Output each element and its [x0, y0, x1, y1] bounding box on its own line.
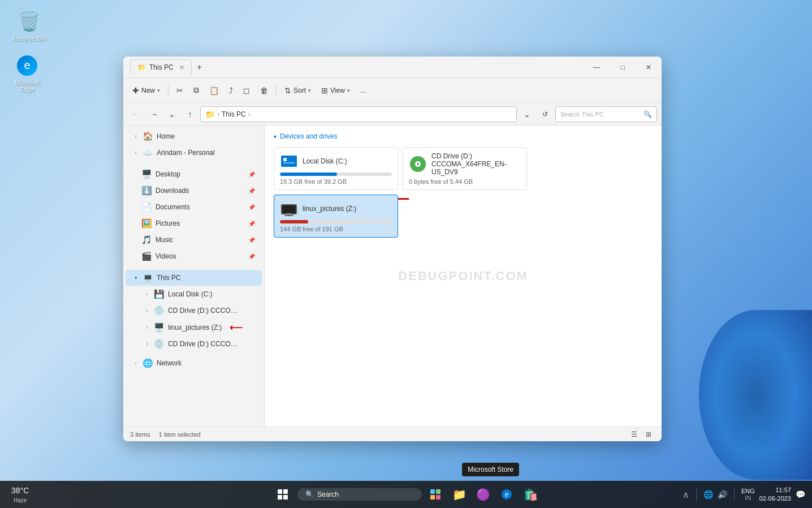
taskbar-search[interactable]: 🔍 Search — [297, 488, 422, 501]
sidebar-item-linux-pictures[interactable]: › 🖥️ linux_pictures (Z:) ⟵ — [126, 319, 262, 335]
tile-view-button[interactable]: ⊞ — [642, 428, 655, 441]
sidebar-item-downloads[interactable]: ⬇️ Downloads 📌 — [126, 183, 262, 199]
sidebar-item-documents[interactable]: 📄 Documents 📌 — [126, 199, 262, 215]
new-label: New — [141, 87, 155, 94]
sidebar-cddrive1-label: CD Drive (D:) CCCOMA_X64FRE_EN-US_ — [168, 307, 241, 315]
toolbar: ✚ New ▾ ✂ ⧉ 📋 ⤴ ◻ 🗑 — [123, 78, 662, 103]
minimize-button[interactable]: — — [584, 57, 610, 78]
music-icon: 🎵 — [141, 235, 152, 245]
address-input[interactable]: 📁 › This PC › — [200, 106, 517, 122]
sidebar-item-cd-drive-d2[interactable]: › 💿 CD Drive (D:) CCCOMA_X64FRE_EN-US_D — [126, 336, 262, 352]
taskbar-file-explorer[interactable]: 📁 — [449, 484, 469, 505]
svg-point-8 — [417, 163, 419, 165]
paste-button[interactable]: 📋 — [205, 83, 223, 98]
recent-button[interactable]: ⌄ — [164, 106, 180, 122]
view-label: View — [330, 87, 345, 94]
sidebar-item-this-pc[interactable]: ▾ 💻 This PC — [126, 270, 262, 286]
sidebar-videos-label: Videos — [156, 252, 176, 260]
edge-label: Microsoft Edge — [8, 79, 46, 93]
taskbar-edge[interactable]: e — [496, 484, 517, 505]
sort-chevron: ▾ — [308, 88, 311, 93]
volume-icon[interactable]: 🔊 — [718, 490, 727, 499]
sidebar-thispc-label: This PC — [157, 274, 181, 282]
sidebar-item-videos[interactable]: 🎬 Videos 📌 — [126, 248, 262, 264]
devices-section-header[interactable]: ▾ Devices and drives — [274, 132, 653, 140]
copy2-icon: ◻ — [243, 86, 250, 95]
tab-close-icon[interactable]: ✕ — [179, 64, 184, 71]
recycle-bin-icon[interactable]: 🗑️ Recycle Bin — [7, 7, 52, 45]
address-right: ⌄ ↺ Search This PC 🔍 — [519, 106, 657, 122]
sidebar-item-pictures[interactable]: 🖼️ Pictures 📌 — [126, 216, 262, 231]
address-bar: ← → ⌄ ↑ 📁 › This PC › ⌄ ↺ Search This PC… — [123, 103, 662, 126]
refresh-button[interactable]: ↺ — [537, 106, 553, 122]
watermark: DEBUGPOINT.COM — [398, 269, 528, 283]
share-button[interactable]: ⤴ — [224, 83, 237, 98]
sidebar-home-label: Home — [157, 132, 175, 140]
drive-space-d: 0 bytes free of 5.44 GB — [409, 178, 521, 185]
taskbar-chevron-up[interactable]: ∧ — [683, 489, 689, 500]
language-indicator[interactable]: ENG IN — [741, 488, 755, 501]
svg-rect-15 — [430, 495, 435, 500]
copy-button[interactable]: ⧉ — [189, 83, 204, 98]
sidebar-documents-label: Documents — [156, 203, 190, 211]
taskbar-widgets[interactable] — [425, 484, 446, 505]
back-button[interactable]: ← — [128, 106, 144, 122]
title-bar: 📁 This PC ✕ + — □ ✕ — [123, 57, 662, 78]
drive-space-c: 19.3 GB free of 39.2 GB — [280, 178, 392, 185]
maximize-button[interactable]: □ — [610, 57, 636, 78]
svg-rect-14 — [436, 489, 440, 494]
microsoft-edge-icon[interactable]: e Microsoft Edge — [5, 51, 50, 96]
sidebar-item-home[interactable]: › 🏠 Home — [126, 128, 262, 144]
sort-button[interactable]: ⇅ Sort ▾ — [280, 83, 316, 98]
toolbar-sep-2 — [276, 85, 277, 96]
new-button[interactable]: ✚ New ▾ — [128, 83, 165, 98]
list-view-button[interactable]: ☰ — [628, 428, 640, 441]
drive-item-cd-d[interactable]: CD Drive (D:)CCCOMA_X64FRE_EN-US_DV9 0 b… — [403, 147, 527, 190]
network-status[interactable]: 🌐 — [703, 490, 713, 499]
network-icon: 🌐 — [142, 358, 153, 368]
cd-drive-d2-icon: 💿 — [154, 339, 165, 349]
new-tab-button[interactable]: + — [192, 59, 208, 75]
sidebar-item-cd-drive-d1[interactable]: › 💿 CD Drive (D:) CCCOMA_X64FRE_EN-US_ — [126, 303, 262, 318]
drive-item-linux-z[interactable]: linux_pictures (Z:) 144 GB free of 191 G… — [274, 195, 398, 238]
more-button[interactable]: ... — [356, 84, 370, 97]
forward-button[interactable]: → — [146, 106, 162, 122]
sidebar-item-network[interactable]: › 🌐 Network — [126, 355, 262, 371]
sidebar-item-desktop[interactable]: 🖥️ Desktop 📌 — [126, 166, 262, 182]
weather-icon-taskbar[interactable]: 38°C Haze — [7, 482, 33, 507]
tab-this-pc[interactable]: 📁 This PC ✕ — [130, 59, 192, 75]
status-bar: 3 items 1 item selected ☰ ⊞ — [123, 427, 662, 441]
breadcrumb-thispc: This PC — [222, 110, 246, 118]
drive-item-local-disk-c[interactable]: Local Disk (C:) 19.3 GB free of 39.2 GB — [274, 147, 398, 190]
file-explorer-window: 📁 This PC ✕ + — □ ✕ ✚ New ▾ ✂ — [123, 57, 662, 441]
notification-icon[interactable]: 💬 — [796, 490, 805, 499]
videos-icon: 🎬 — [141, 251, 152, 261]
search-box[interactable]: Search This PC 🔍 — [555, 106, 657, 122]
close-button[interactable]: ✕ — [636, 57, 662, 78]
sidebar-item-local-disk-c[interactable]: › 💾 Local Disk (C:) — [126, 286, 262, 302]
sidebar-network-label: Network — [157, 359, 182, 367]
drive-fill-z — [280, 220, 308, 223]
search-placeholder: Search This PC — [560, 111, 604, 118]
start-button[interactable] — [271, 483, 294, 506]
drive-info-d: CD Drive (D:)CCCOMA_X64FRE_EN-US_DV9 — [431, 152, 521, 176]
drive-header-d: CD Drive (D:)CCCOMA_X64FRE_EN-US_DV9 — [409, 152, 521, 176]
sidebar-item-music[interactable]: 🎵 Music 📌 — [126, 232, 262, 248]
expand-arindam: › — [132, 149, 139, 156]
sidebar-item-arindam[interactable]: › ☁️ Arindam - Personal — [126, 145, 262, 161]
taskbar-ms-store[interactable]: 🛍️ — [520, 484, 541, 505]
expand-local-disk: › — [144, 291, 150, 298]
view-button[interactable]: ⊞ View ▾ — [317, 83, 355, 98]
up-button[interactable]: ↑ — [182, 106, 198, 122]
items-count: 3 items — [130, 431, 150, 438]
copy2-button[interactable]: ◻ — [239, 83, 254, 98]
section-title: Devices and drives — [280, 132, 337, 140]
svg-text:e: e — [24, 59, 30, 71]
taskbar-clock[interactable]: 11:57 02-06-2023 — [759, 486, 791, 503]
sidebar-linux-label: linux_pictures (Z:) — [168, 324, 222, 332]
delete-button[interactable]: 🗑 — [256, 83, 273, 98]
taskbar-app-purple[interactable]: 🟣 — [473, 484, 493, 505]
cut-button[interactable]: ✂ — [172, 83, 188, 98]
arindam-icon: ☁️ — [142, 148, 153, 158]
address-chevron[interactable]: ⌄ — [519, 106, 535, 122]
